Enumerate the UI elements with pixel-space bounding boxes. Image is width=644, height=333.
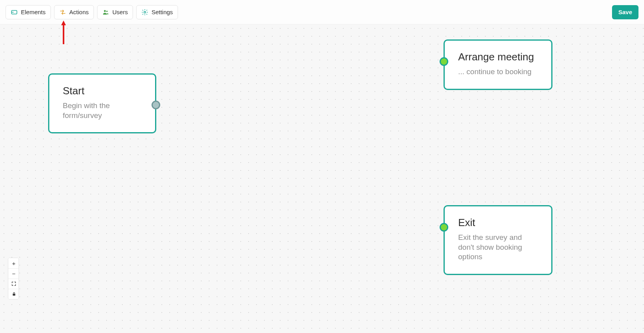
node-exit-port-in[interactable] (440, 223, 448, 232)
users-label: Users (112, 9, 128, 15)
toolbar: Elements Actions Users (0, 0, 644, 24)
users-icon (102, 9, 109, 16)
elements-icon (11, 9, 18, 16)
settings-label: Settings (152, 9, 173, 15)
settings-icon (141, 9, 148, 16)
lock-button[interactable] (8, 289, 19, 299)
actions-button[interactable]: Actions (54, 5, 94, 19)
node-exit[interactable]: Exit Exit the survey and don't show book… (444, 205, 552, 275)
node-exit-subtitle: Exit the survey and don't show booking o… (458, 233, 538, 262)
node-arrange-meeting[interactable]: Arrange meeting ... continue to booking (444, 39, 552, 90)
node-start[interactable]: Start Begin with the form/survey (48, 73, 156, 133)
zoom-controls: + − (8, 258, 19, 299)
node-start-port-out[interactable] (152, 101, 160, 109)
zoom-in-button[interactable]: + (8, 258, 19, 268)
svg-point-4 (144, 11, 146, 13)
svg-point-2 (104, 10, 106, 12)
save-button[interactable]: Save (612, 5, 638, 19)
settings-button[interactable]: Settings (136, 5, 178, 19)
svg-rect-6 (13, 294, 15, 296)
actions-label: Actions (69, 9, 89, 15)
fit-icon (11, 281, 16, 287)
node-arrange-title: Arrange meeting (458, 51, 538, 63)
node-start-title: Start (63, 85, 142, 97)
node-arrange-subtitle: ... continue to booking (458, 67, 538, 77)
zoom-out-button[interactable]: − (8, 268, 19, 279)
lock-icon (12, 291, 16, 297)
minus-icon: − (12, 271, 16, 277)
plus-icon: + (12, 260, 16, 266)
elements-label: Elements (21, 9, 46, 15)
actions-icon (59, 9, 66, 16)
svg-point-3 (106, 10, 108, 12)
fit-view-button[interactable] (8, 279, 19, 289)
node-arrange-port-in[interactable] (440, 57, 448, 66)
node-exit-title: Exit (458, 217, 538, 229)
node-start-subtitle: Begin with the form/survey (63, 101, 130, 120)
elements-button[interactable]: Elements (6, 5, 51, 19)
users-button[interactable]: Users (97, 5, 133, 19)
